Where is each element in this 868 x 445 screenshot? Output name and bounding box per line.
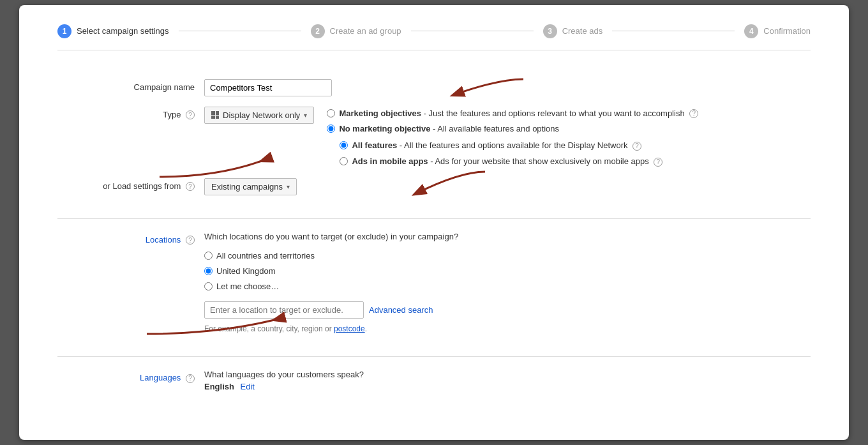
location-all-countries: All countries and territories — [204, 250, 315, 262]
load-settings-content: Existing campaigns ▾ — [204, 178, 811, 195]
type-content: Display Network only ▾ Marketing objecti… — [204, 107, 811, 168]
location-custom-input[interactable] — [204, 282, 213, 290]
postcode-link[interactable]: postcode — [334, 324, 365, 333]
location-custom-label: Let me choose… — [216, 281, 279, 292]
existing-campaigns-caret-icon: ▾ — [287, 183, 290, 190]
existing-campaigns-dropdown[interactable]: Existing campaigns ▾ — [204, 178, 297, 195]
type-dropdown-label: Display Network only — [223, 110, 300, 120]
languages-value: English Edit — [204, 382, 364, 391]
type-dropdown-button[interactable]: Display Network only ▾ — [204, 107, 314, 124]
location-uk-label: United Kingdom — [216, 266, 276, 277]
type-row: Type ? Display Network only ▾ — [57, 107, 811, 168]
radio-no-marketing-label: No marketing objective - All available f… — [339, 123, 559, 135]
location-uk-input[interactable] — [204, 267, 213, 275]
radio-mobile-apps-input[interactable] — [340, 157, 348, 165]
languages-content: What languages do your customers speak? … — [204, 370, 811, 391]
step-4: 4 Confirmation — [744, 24, 811, 38]
radio-all-features-label: All features - All the features and opti… — [352, 140, 641, 151]
mobile-apps-help-icon[interactable]: ? — [654, 158, 662, 167]
radio-no-marketing-input[interactable] — [327, 124, 335, 133]
locations-content: Which locations do you want to target (o… — [204, 232, 811, 334]
radio-all-features-input[interactable] — [340, 141, 348, 149]
step-2-label: Create an ad group — [330, 26, 401, 36]
type-radio-group: Marketing objectives - Just the features… — [327, 107, 698, 168]
radio-marketing-objectives: Marketing objectives - Just the features… — [327, 108, 698, 119]
radio-all-features: All features - All the features and opti… — [340, 140, 698, 151]
location-all-countries-label: All countries and territories — [216, 250, 315, 262]
step-1-circle: 1 — [57, 24, 71, 38]
radio-mobile-apps-label: Ads in mobile apps - Ads for your websit… — [352, 156, 662, 167]
type-help-icon[interactable]: ? — [186, 110, 195, 119]
locations-label: Locations ? — [57, 232, 204, 245]
stepper: 1 Select campaign settings 2 Create an a… — [57, 24, 811, 50]
locations-row: Locations ? Which locations do you want … — [57, 232, 811, 334]
location-uk: United Kingdom — [204, 266, 315, 277]
step-4-label: Confirmation — [763, 26, 811, 36]
radio-sub-options: All features - All the features and opti… — [340, 139, 698, 167]
radio-marketing-input[interactable] — [327, 109, 335, 117]
load-settings-row: or Load settings from ? Existing campaig… — [57, 178, 811, 195]
step-2: 2 Create an ad group — [311, 24, 401, 38]
marketing-help-icon[interactable]: ? — [689, 109, 698, 118]
step-3: 3 Create ads — [543, 24, 603, 38]
location-custom: Let me choose… — [204, 281, 315, 292]
grid-icon — [211, 111, 219, 119]
radio-marketing-label: Marketing objectives - Just the features… — [339, 108, 698, 119]
campaign-name-label: Campaign name — [57, 79, 204, 92]
step-4-circle: 4 — [744, 24, 758, 38]
step-1-label: Select campaign settings — [77, 26, 169, 36]
languages-row: Languages ? What languages do your custo… — [57, 370, 811, 391]
locations-section: Locations ? Which locations do you want … — [57, 219, 811, 358]
campaign-name-input[interactable] — [204, 79, 332, 96]
locations-help-icon[interactable]: ? — [186, 236, 195, 245]
locations-question: Which locations do you want to target (o… — [204, 232, 458, 241]
existing-campaigns-label: Existing campaigns — [211, 182, 283, 192]
step-line-3 — [612, 31, 735, 31]
campaign-name-row: Campaign name — [57, 79, 811, 96]
languages-help-icon[interactable]: ? — [186, 374, 195, 383]
location-search-input[interactable] — [204, 301, 364, 319]
load-settings-label: or Load settings from ? — [57, 178, 204, 192]
step-2-circle: 2 — [311, 24, 325, 38]
type-label: Type ? — [57, 107, 204, 120]
location-hint: For example, a country, city, region or … — [204, 324, 367, 333]
languages-section: Languages ? What languages do your custo… — [57, 357, 811, 414]
languages-label: Languages ? — [57, 370, 204, 383]
main-window: 1 Select campaign settings 2 Create an a… — [19, 5, 849, 440]
locations-radio-group: All countries and territories United Kin… — [204, 249, 315, 293]
location-input-row: Advanced search — [204, 301, 433, 319]
step-1: 1 Select campaign settings — [57, 24, 169, 38]
type-inner: Display Network only ▾ Marketing objecti… — [204, 107, 811, 168]
step-line-2 — [411, 31, 534, 31]
all-features-help-icon[interactable]: ? — [632, 142, 641, 151]
campaign-name-content — [204, 79, 811, 96]
location-all-countries-input[interactable] — [204, 252, 213, 260]
languages-question: What languages do your customers speak? — [204, 370, 364, 379]
languages-current: English — [204, 382, 234, 391]
load-settings-help-icon[interactable]: ? — [186, 182, 195, 191]
languages-lang-row: What languages do your customers speak? … — [204, 370, 364, 391]
dropdown-caret-icon: ▾ — [304, 112, 307, 119]
campaign-settings-section: Campaign name Type ? — [57, 66, 811, 219]
radio-no-marketing: No marketing objective - All available f… — [327, 123, 698, 135]
radio-mobile-apps: Ads in mobile apps - Ads for your websit… — [340, 156, 698, 167]
languages-edit-link[interactable]: Edit — [241, 382, 255, 391]
step-3-circle: 3 — [543, 24, 557, 38]
step-3-label: Create ads — [562, 26, 603, 36]
step-line-1 — [179, 31, 301, 31]
advanced-search-link[interactable]: Advanced search — [369, 305, 433, 315]
